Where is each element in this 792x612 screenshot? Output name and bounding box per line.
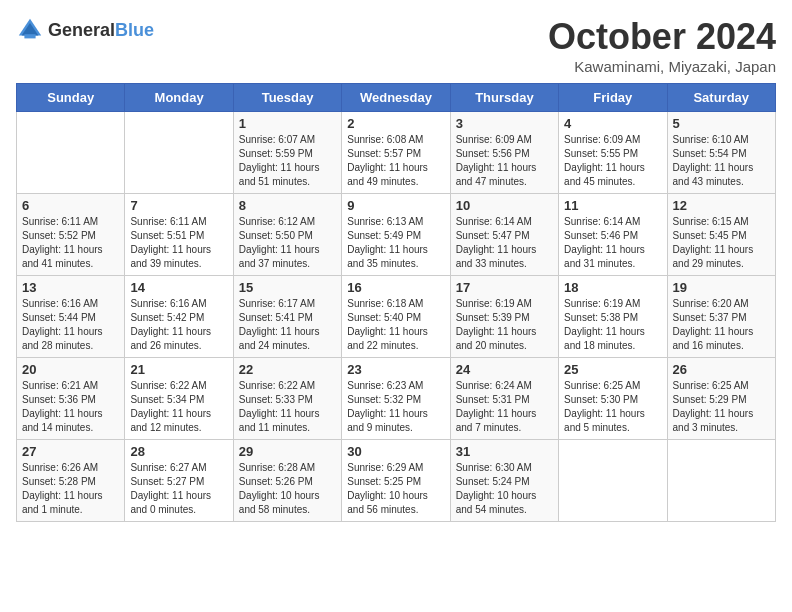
calendar-cell: 19Sunrise: 6:20 AM Sunset: 5:37 PM Dayli… [667,276,775,358]
calendar-cell: 7Sunrise: 6:11 AM Sunset: 5:51 PM Daylig… [125,194,233,276]
day-number: 19 [673,280,770,295]
day-number: 12 [673,198,770,213]
day-number: 20 [22,362,119,377]
day-info: Sunrise: 6:23 AM Sunset: 5:32 PM Dayligh… [347,379,444,435]
calendar-cell: 4Sunrise: 6:09 AM Sunset: 5:55 PM Daylig… [559,112,667,194]
day-number: 17 [456,280,553,295]
day-info: Sunrise: 6:09 AM Sunset: 5:55 PM Dayligh… [564,133,661,189]
calendar-cell: 25Sunrise: 6:25 AM Sunset: 5:30 PM Dayli… [559,358,667,440]
day-info: Sunrise: 6:29 AM Sunset: 5:25 PM Dayligh… [347,461,444,517]
day-info: Sunrise: 6:19 AM Sunset: 5:38 PM Dayligh… [564,297,661,353]
day-info: Sunrise: 6:07 AM Sunset: 5:59 PM Dayligh… [239,133,336,189]
calendar-cell: 21Sunrise: 6:22 AM Sunset: 5:34 PM Dayli… [125,358,233,440]
day-info: Sunrise: 6:09 AM Sunset: 5:56 PM Dayligh… [456,133,553,189]
calendar-cell: 12Sunrise: 6:15 AM Sunset: 5:45 PM Dayli… [667,194,775,276]
calendar-table: SundayMondayTuesdayWednesdayThursdayFrid… [16,83,776,522]
calendar-cell [17,112,125,194]
day-number: 3 [456,116,553,131]
weekday-header-friday: Friday [559,84,667,112]
day-info: Sunrise: 6:18 AM Sunset: 5:40 PM Dayligh… [347,297,444,353]
day-info: Sunrise: 6:20 AM Sunset: 5:37 PM Dayligh… [673,297,770,353]
day-number: 16 [347,280,444,295]
day-info: Sunrise: 6:28 AM Sunset: 5:26 PM Dayligh… [239,461,336,517]
calendar-cell: 2Sunrise: 6:08 AM Sunset: 5:57 PM Daylig… [342,112,450,194]
day-info: Sunrise: 6:22 AM Sunset: 5:33 PM Dayligh… [239,379,336,435]
location-title: Kawaminami, Miyazaki, Japan [548,58,776,75]
day-info: Sunrise: 6:16 AM Sunset: 5:42 PM Dayligh… [130,297,227,353]
weekday-header-monday: Monday [125,84,233,112]
day-number: 6 [22,198,119,213]
day-number: 22 [239,362,336,377]
calendar-cell: 22Sunrise: 6:22 AM Sunset: 5:33 PM Dayli… [233,358,341,440]
day-number: 9 [347,198,444,213]
calendar-body: 1Sunrise: 6:07 AM Sunset: 5:59 PM Daylig… [17,112,776,522]
day-info: Sunrise: 6:14 AM Sunset: 5:47 PM Dayligh… [456,215,553,271]
title-block: October 2024 Kawaminami, Miyazaki, Japan [548,16,776,75]
day-info: Sunrise: 6:17 AM Sunset: 5:41 PM Dayligh… [239,297,336,353]
calendar-cell: 9Sunrise: 6:13 AM Sunset: 5:49 PM Daylig… [342,194,450,276]
logo-general: General [48,20,115,40]
day-number: 14 [130,280,227,295]
day-info: Sunrise: 6:25 AM Sunset: 5:29 PM Dayligh… [673,379,770,435]
day-info: Sunrise: 6:14 AM Sunset: 5:46 PM Dayligh… [564,215,661,271]
calendar-cell: 10Sunrise: 6:14 AM Sunset: 5:47 PM Dayli… [450,194,558,276]
day-info: Sunrise: 6:08 AM Sunset: 5:57 PM Dayligh… [347,133,444,189]
day-number: 30 [347,444,444,459]
calendar-cell: 1Sunrise: 6:07 AM Sunset: 5:59 PM Daylig… [233,112,341,194]
calendar-cell: 31Sunrise: 6:30 AM Sunset: 5:24 PM Dayli… [450,440,558,522]
calendar-week-3: 20Sunrise: 6:21 AM Sunset: 5:36 PM Dayli… [17,358,776,440]
day-number: 31 [456,444,553,459]
logo-icon [16,16,44,44]
day-number: 13 [22,280,119,295]
calendar-cell: 3Sunrise: 6:09 AM Sunset: 5:56 PM Daylig… [450,112,558,194]
calendar-cell: 27Sunrise: 6:26 AM Sunset: 5:28 PM Dayli… [17,440,125,522]
day-info: Sunrise: 6:13 AM Sunset: 5:49 PM Dayligh… [347,215,444,271]
day-info: Sunrise: 6:24 AM Sunset: 5:31 PM Dayligh… [456,379,553,435]
day-info: Sunrise: 6:11 AM Sunset: 5:51 PM Dayligh… [130,215,227,271]
calendar-cell: 26Sunrise: 6:25 AM Sunset: 5:29 PM Dayli… [667,358,775,440]
day-info: Sunrise: 6:27 AM Sunset: 5:27 PM Dayligh… [130,461,227,517]
calendar-cell [559,440,667,522]
day-info: Sunrise: 6:19 AM Sunset: 5:39 PM Dayligh… [456,297,553,353]
calendar-cell: 29Sunrise: 6:28 AM Sunset: 5:26 PM Dayli… [233,440,341,522]
day-number: 1 [239,116,336,131]
calendar-cell: 17Sunrise: 6:19 AM Sunset: 5:39 PM Dayli… [450,276,558,358]
day-number: 24 [456,362,553,377]
day-info: Sunrise: 6:16 AM Sunset: 5:44 PM Dayligh… [22,297,119,353]
calendar-cell: 16Sunrise: 6:18 AM Sunset: 5:40 PM Dayli… [342,276,450,358]
calendar-cell: 23Sunrise: 6:23 AM Sunset: 5:32 PM Dayli… [342,358,450,440]
calendar-cell: 15Sunrise: 6:17 AM Sunset: 5:41 PM Dayli… [233,276,341,358]
day-number: 27 [22,444,119,459]
day-info: Sunrise: 6:26 AM Sunset: 5:28 PM Dayligh… [22,461,119,517]
calendar-cell: 18Sunrise: 6:19 AM Sunset: 5:38 PM Dayli… [559,276,667,358]
calendar-cell: 28Sunrise: 6:27 AM Sunset: 5:27 PM Dayli… [125,440,233,522]
page-header: GeneralBlue October 2024 Kawaminami, Miy… [16,16,776,75]
day-number: 29 [239,444,336,459]
day-info: Sunrise: 6:21 AM Sunset: 5:36 PM Dayligh… [22,379,119,435]
day-number: 2 [347,116,444,131]
svg-rect-2 [24,34,35,38]
day-number: 8 [239,198,336,213]
day-number: 10 [456,198,553,213]
day-number: 11 [564,198,661,213]
day-number: 28 [130,444,227,459]
day-info: Sunrise: 6:11 AM Sunset: 5:52 PM Dayligh… [22,215,119,271]
calendar-cell: 30Sunrise: 6:29 AM Sunset: 5:25 PM Dayli… [342,440,450,522]
day-number: 7 [130,198,227,213]
calendar-cell [667,440,775,522]
day-info: Sunrise: 6:10 AM Sunset: 5:54 PM Dayligh… [673,133,770,189]
calendar-cell: 8Sunrise: 6:12 AM Sunset: 5:50 PM Daylig… [233,194,341,276]
day-number: 4 [564,116,661,131]
day-number: 15 [239,280,336,295]
day-number: 21 [130,362,227,377]
calendar-cell: 5Sunrise: 6:10 AM Sunset: 5:54 PM Daylig… [667,112,775,194]
weekday-header-thursday: Thursday [450,84,558,112]
calendar-cell: 6Sunrise: 6:11 AM Sunset: 5:52 PM Daylig… [17,194,125,276]
calendar-week-4: 27Sunrise: 6:26 AM Sunset: 5:28 PM Dayli… [17,440,776,522]
calendar-cell: 13Sunrise: 6:16 AM Sunset: 5:44 PM Dayli… [17,276,125,358]
day-info: Sunrise: 6:22 AM Sunset: 5:34 PM Dayligh… [130,379,227,435]
day-number: 25 [564,362,661,377]
calendar-header-row: SundayMondayTuesdayWednesdayThursdayFrid… [17,84,776,112]
calendar-week-1: 6Sunrise: 6:11 AM Sunset: 5:52 PM Daylig… [17,194,776,276]
calendar-cell: 24Sunrise: 6:24 AM Sunset: 5:31 PM Dayli… [450,358,558,440]
